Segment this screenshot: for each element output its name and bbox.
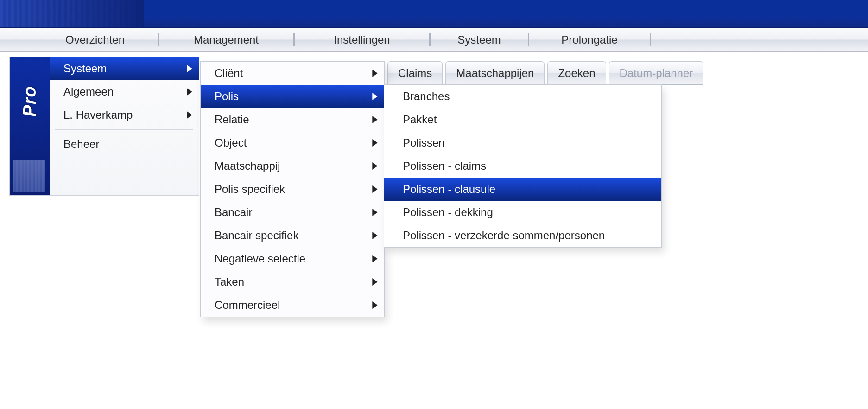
menubar-item-prolongatie[interactable]: Prolongatie	[529, 28, 650, 51]
submenu-arrow-icon	[187, 65, 192, 72]
menu2-item-bancair-specifiek[interactable]: Bancair specifiek	[201, 224, 384, 247]
menubar-separator	[528, 33, 529, 46]
submenu-arrow-icon	[372, 116, 378, 123]
submenu-arrow-icon	[372, 70, 378, 77]
app-banner	[0, 0, 868, 28]
menu2-item-relatie[interactable]: Relatie	[201, 108, 384, 131]
tab-maatschappijen[interactable]: Maatschappijen	[445, 61, 545, 85]
menu3-item-pakket[interactable]: Pakket	[384, 108, 661, 131]
main-menubar: Overzichten Management Instellingen Syst…	[0, 28, 868, 52]
menubar-item-instellingen[interactable]: Instellingen	[295, 28, 429, 51]
submenu-arrow-icon	[372, 232, 378, 239]
menu2-item-client[interactable]: Cliënt	[201, 62, 384, 85]
menu3-item-polissen-clausule[interactable]: Polissen - clausule	[384, 178, 661, 201]
submenu-arrow-icon	[372, 185, 378, 193]
tab-datum-planner[interactable]: Datum-planner	[609, 61, 704, 85]
menubar-separator	[429, 33, 431, 46]
menu-level1: Systeem Algemeen L. Haverkamp Beheer	[50, 57, 199, 195]
menu-item-label: Negatieve selectie	[215, 252, 305, 265]
tab-claims[interactable]: Claims	[387, 61, 443, 85]
systeem-panel: Pro Systeem Algemeen L. Haverkamp	[9, 57, 199, 196]
menubar-separator	[650, 33, 651, 46]
menu-item-label: Bancair	[215, 206, 252, 219]
menu2-item-polis-specifiek[interactable]: Polis specifiek	[201, 178, 384, 201]
menu3-item-polissen-dekking[interactable]: Polissen - dekking	[384, 201, 661, 224]
menu1-item-systeem[interactable]: Systeem	[50, 57, 199, 80]
menu-item-label: Polissen - claims	[403, 160, 486, 173]
menu3-item-polissen[interactable]: Polissen	[384, 131, 661, 154]
menu3-item-branches[interactable]: Branches	[384, 85, 661, 108]
menu-item-label: Systeem	[63, 62, 107, 75]
submenu-arrow-icon	[372, 162, 378, 170]
menu-item-label: Polis	[215, 90, 239, 103]
submenu-arrow-icon	[372, 278, 378, 286]
work-area: Claims Maatschappijen Zoeken Datum-plann…	[0, 52, 868, 409]
menu1-item-beheer[interactable]: Beheer	[50, 133, 199, 156]
menu-item-label: Cliënt	[215, 67, 243, 80]
brand-text: Pro	[19, 86, 39, 116]
submenu-arrow-icon	[372, 93, 378, 100]
menu2-item-negatieve-selectie[interactable]: Negatieve selectie	[201, 247, 384, 270]
menu-item-label: Branches	[403, 90, 450, 103]
menu2-item-maatschappij[interactable]: Maatschappij	[201, 154, 384, 178]
submenu-arrow-icon	[187, 111, 192, 119]
menubar-separator	[158, 33, 159, 46]
menu-level3: Branches Pakket Polissen Polissen - clai…	[384, 84, 662, 248]
menu-item-label: Maatschappij	[215, 160, 280, 173]
menu-item-label: Polissen	[403, 136, 445, 149]
menu-item-label: Polis specifiek	[215, 183, 285, 196]
menu-separator	[55, 129, 193, 130]
menu2-item-commercieel[interactable]: Commercieel	[201, 294, 384, 317]
menu-item-label: Bancair specifiek	[215, 229, 298, 242]
menu2-item-polis[interactable]: Polis	[201, 85, 384, 108]
menu-item-label: Relatie	[215, 113, 249, 126]
menu-item-label: L. Haverkamp	[63, 109, 133, 121]
menubar-item-management[interactable]: Management	[159, 28, 293, 51]
menu3-item-polissen-claims[interactable]: Polissen - claims	[384, 154, 661, 178]
banner-artwork	[0, 0, 144, 27]
menu1-item-haverkamp[interactable]: L. Haverkamp	[50, 103, 199, 127]
submenu-arrow-icon	[372, 255, 378, 262]
submenu-arrow-icon	[372, 209, 378, 216]
menu-item-label: Polissen - verzekerde sommen/personen	[403, 229, 605, 242]
menu-item-label: Algemeen	[63, 85, 114, 98]
menubar-item-overzichten[interactable]: Overzichten	[32, 28, 158, 51]
submenu-arrow-icon	[372, 301, 378, 309]
menu1-item-algemeen[interactable]: Algemeen	[50, 80, 199, 103]
menu-item-label: Beheer	[63, 138, 99, 151]
menu2-item-taken[interactable]: Taken	[201, 270, 384, 294]
brand-stripe: Pro	[10, 57, 50, 195]
menu2-item-object[interactable]: Object	[201, 131, 384, 154]
menu-level2: Cliënt Polis Relatie Object Maatschappij…	[200, 61, 385, 317]
menu-item-label: Polissen - clausule	[403, 183, 495, 196]
menu3-item-polissen-verzekerde-sommen[interactable]: Polissen - verzekerde sommen/personen	[384, 224, 661, 247]
submenu-arrow-icon	[187, 88, 192, 96]
menu2-item-bancair[interactable]: Bancair	[201, 201, 384, 224]
menu-item-label: Pakket	[403, 113, 437, 126]
tab-zoeken[interactable]: Zoeken	[547, 61, 606, 85]
menubar-item-systeem[interactable]: Systeem	[431, 28, 528, 51]
submenu-arrow-icon	[372, 139, 378, 147]
menu-item-label: Polissen - dekking	[403, 206, 493, 219]
menu-item-label: Taken	[215, 275, 244, 288]
brand-decoration	[13, 160, 45, 192]
menu-item-label: Commercieel	[215, 299, 280, 312]
menu-item-label: Object	[215, 136, 247, 149]
menubar-separator	[293, 33, 295, 46]
